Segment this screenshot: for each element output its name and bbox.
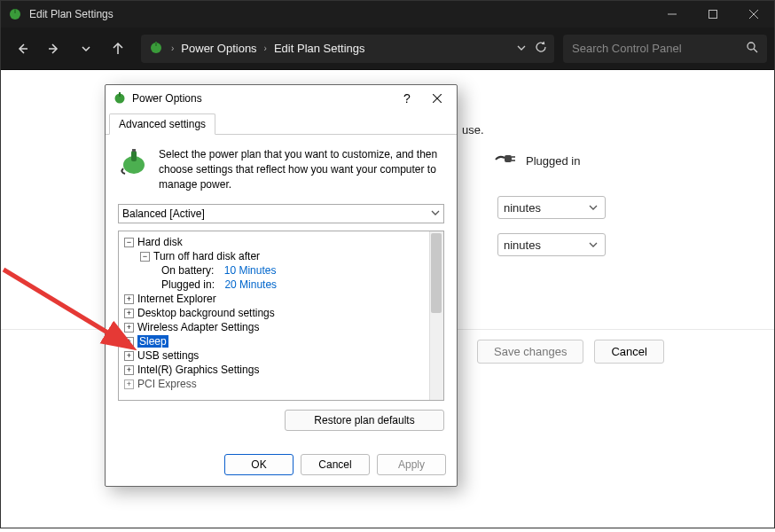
dropdown-2[interactable]: ninutes xyxy=(497,233,606,256)
plan-select[interactable]: Balanced [Active] xyxy=(118,204,444,223)
expand-icon[interactable]: + xyxy=(124,351,134,361)
chevron-down-icon xyxy=(589,239,598,252)
chevron-right-icon: › xyxy=(171,43,174,53)
svg-point-11 xyxy=(748,43,755,50)
plugged-row: Plugged in xyxy=(494,152,580,170)
chevron-right-icon: › xyxy=(264,43,267,53)
expand-icon[interactable]: + xyxy=(124,309,134,318)
tree-turn-off-hard-disk[interactable]: − Turn off hard disk after xyxy=(140,249,440,263)
svg-rect-1 xyxy=(14,9,16,13)
tree-usb-settings[interactable]: + USB settings xyxy=(124,348,440,363)
tree-scrollbar[interactable] xyxy=(429,231,443,400)
svg-rect-21 xyxy=(131,151,137,161)
tab-advanced-settings[interactable]: Advanced settings xyxy=(109,113,215,135)
forward-button[interactable] xyxy=(40,35,68,63)
expand-icon[interactable]: + xyxy=(124,379,134,389)
search-placeholder: Search Control Panel xyxy=(572,42,682,55)
svg-line-12 xyxy=(754,49,757,52)
apply-button[interactable]: Apply xyxy=(377,454,446,475)
plugged-in-label: Plugged in xyxy=(526,154,580,168)
scroll-thumb[interactable] xyxy=(431,233,442,313)
back-button[interactable] xyxy=(8,35,36,63)
expand-icon[interactable]: + xyxy=(124,365,134,375)
plug-icon xyxy=(494,152,517,170)
power-options-dialog: Power Options ? Advanced settings Select… xyxy=(105,84,458,487)
close-button[interactable] xyxy=(733,1,774,27)
svg-rect-3 xyxy=(709,11,717,19)
tree-sleep-label: Sleep xyxy=(137,335,168,348)
battery-icon xyxy=(118,145,150,192)
expand-icon[interactable]: + xyxy=(124,323,134,332)
window-title: Edit Plan Settings xyxy=(29,8,652,20)
power-icon xyxy=(113,90,127,107)
dialog-footer: OK Cancel Apply xyxy=(106,443,457,486)
app-icon xyxy=(8,7,22,21)
restore-row: Restore plan defaults xyxy=(118,410,444,431)
footer-buttons: Save changes Cancel xyxy=(477,340,664,364)
tree-sleep[interactable]: + Sleep xyxy=(124,334,440,348)
dropdown-1-text: ninutes xyxy=(504,201,541,215)
dialog-body: Select the power plan that you want to c… xyxy=(106,135,457,443)
address-bar[interactable]: › Power Options › Edit Plan Settings xyxy=(141,35,554,63)
tree-desktop-background[interactable]: + Desktop background settings xyxy=(124,306,440,320)
search-icon[interactable] xyxy=(746,41,758,56)
restore-defaults-button[interactable]: Restore plan defaults xyxy=(285,410,444,431)
dropdown-1[interactable]: ninutes xyxy=(497,196,606,219)
up-button[interactable] xyxy=(104,35,132,63)
tree-intel-graphics[interactable]: + Intel(R) Graphics Settings xyxy=(124,363,440,377)
svg-rect-13 xyxy=(505,155,512,162)
titlebar: Edit Plan Settings xyxy=(1,1,774,27)
maximize-button[interactable] xyxy=(693,1,733,27)
intro-row: Select the power plan that you want to c… xyxy=(118,145,444,192)
recent-dropdown-button[interactable] xyxy=(72,35,100,63)
chevron-down-icon xyxy=(589,201,598,215)
refresh-icon[interactable] xyxy=(535,41,547,56)
tree-on-battery[interactable]: On battery: 10 Minutes xyxy=(161,263,440,278)
breadcrumb-power-options[interactable]: Power Options xyxy=(181,42,256,55)
dropdown-2-text: ninutes xyxy=(504,239,541,252)
save-changes-button[interactable]: Save changes xyxy=(477,340,583,364)
ok-button[interactable]: OK xyxy=(224,454,294,475)
tab-row: Advanced settings xyxy=(106,113,457,135)
plugged-in-value[interactable]: 20 Minutes xyxy=(224,278,277,291)
tree-hard-disk[interactable]: − Hard disk xyxy=(124,235,440,249)
collapse-icon[interactable]: − xyxy=(124,238,134,247)
help-button[interactable]: ? xyxy=(395,88,419,109)
power-icon xyxy=(148,39,164,58)
svg-rect-10 xyxy=(155,42,157,46)
on-battery-value[interactable]: 10 Minutes xyxy=(224,264,277,277)
partial-text: use. xyxy=(462,123,484,137)
dialog-title: Power Options xyxy=(132,92,202,105)
minimize-button[interactable] xyxy=(652,1,693,27)
toolbar: › Power Options › Edit Plan Settings Sea… xyxy=(1,27,774,70)
svg-rect-22 xyxy=(132,149,136,152)
breadcrumb-edit-plan[interactable]: Edit Plan Settings xyxy=(274,42,365,55)
expand-icon[interactable]: + xyxy=(124,294,134,304)
collapse-icon[interactable]: − xyxy=(140,252,150,262)
tree-wireless-adapter[interactable]: + Wireless Adapter Settings xyxy=(124,320,440,334)
tree-plugged-in[interactable]: Plugged in: 20 Minutes xyxy=(161,278,440,292)
tree-internet-explorer[interactable]: + Internet Explorer xyxy=(124,292,440,306)
address-dropdown-icon[interactable] xyxy=(517,42,526,55)
chevron-down-icon xyxy=(431,207,440,220)
svg-rect-17 xyxy=(119,92,121,97)
settings-tree[interactable]: − Hard disk − Turn off hard disk after O… xyxy=(118,231,444,401)
dialog-close-button[interactable] xyxy=(425,88,450,109)
tree-pci-express[interactable]: + PCI Express xyxy=(124,377,440,391)
expand-icon[interactable]: + xyxy=(124,337,134,347)
intro-text: Select the power plan that you want to c… xyxy=(159,145,444,192)
dialog-titlebar: Power Options ? xyxy=(106,85,457,112)
plan-select-value: Balanced [Active] xyxy=(122,207,205,220)
dialog-cancel-button[interactable]: Cancel xyxy=(301,454,370,475)
search-input[interactable]: Search Control Panel xyxy=(563,35,767,63)
cancel-button[interactable]: Cancel xyxy=(594,340,663,364)
